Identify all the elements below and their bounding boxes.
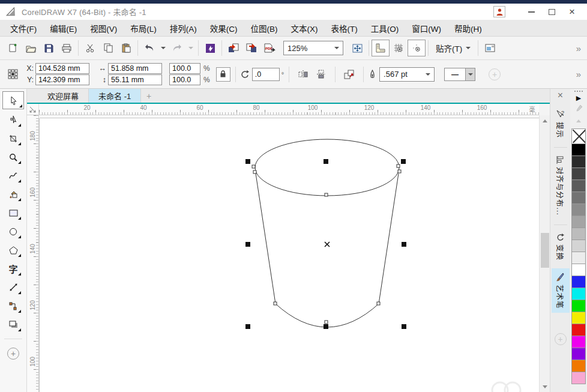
minimize-button[interactable]: [523, 6, 539, 18]
horizontal-ruler[interactable]: 20 40 60 80 100 120 140 160 毫米: [39, 104, 539, 115]
scroll-down-button[interactable]: [540, 381, 550, 392]
menu-bitmaps[interactable]: 位图(B): [244, 20, 284, 37]
open-button[interactable]: [22, 40, 40, 56]
menu-table[interactable]: 表格(T): [325, 20, 364, 37]
ellipse-tool[interactable]: [4, 223, 22, 240]
menu-tools[interactable]: 工具(O): [364, 20, 406, 37]
swatch-30-black[interactable]: [571, 228, 586, 240]
vertical-scrollbar[interactable]: [539, 115, 550, 392]
swatch-cyan[interactable]: [571, 288, 586, 300]
add-tool-button[interactable]: +: [7, 348, 19, 360]
polygon-tool[interactable]: [4, 242, 22, 258]
y-position-field[interactable]: [35, 74, 89, 85]
swatch-pink[interactable]: [571, 372, 586, 384]
new-document-button[interactable]: [4, 40, 22, 56]
mirror-vertical-button[interactable]: [312, 66, 330, 83]
menu-text[interactable]: 文本(X): [284, 20, 325, 37]
swatch-50-black[interactable]: [571, 204, 586, 216]
zoom-tool[interactable]: [4, 149, 22, 165]
scale-y-field[interactable]: [169, 74, 200, 85]
freehand-tool[interactable]: [4, 167, 22, 184]
shape-tool[interactable]: [4, 112, 22, 128]
palette-scroll-up-button[interactable]: [576, 115, 581, 127]
undo-button[interactable]: [140, 40, 158, 56]
swatch-red[interactable]: [571, 324, 586, 336]
swatch-yellow[interactable]: [571, 312, 586, 324]
text-tool[interactable]: 字: [4, 261, 22, 277]
crop-tool[interactable]: [4, 130, 22, 146]
object-height-field[interactable]: [108, 74, 162, 85]
swatch-orange[interactable]: [571, 360, 586, 372]
smart-fill-tool[interactable]: [4, 186, 22, 202]
outline-width-combo[interactable]: .567 pt: [379, 67, 435, 82]
connector-tool[interactable]: [4, 298, 22, 314]
scrollbar-thumb[interactable]: [541, 233, 549, 268]
object-width-field[interactable]: [108, 63, 162, 74]
show-grid-toggle[interactable]: [390, 40, 408, 56]
show-rulers-toggle[interactable]: [372, 40, 390, 56]
full-screen-preview-button[interactable]: [348, 40, 366, 56]
swatch-60-black[interactable]: [571, 192, 586, 204]
rectangle-tool[interactable]: [4, 205, 22, 221]
show-guidelines-toggle[interactable]: [408, 40, 426, 56]
new-tab-button[interactable]: +: [141, 89, 157, 103]
paste-icon[interactable]: [117, 40, 135, 56]
import-button[interactable]: [224, 40, 242, 56]
titlebar[interactable]: CorelDRAW X7 (64-Bit) - 未命名 -1 ×: [0, 4, 587, 20]
swatch-blue[interactable]: [571, 276, 586, 288]
add-property-button[interactable]: +: [489, 68, 501, 80]
dimension-tool[interactable]: [4, 279, 22, 295]
scale-objects-icon[interactable]: [340, 66, 358, 83]
swatch-white[interactable]: [571, 264, 586, 276]
menu-file[interactable]: 文件(F): [4, 20, 43, 37]
lock-ratio-button[interactable]: [216, 67, 230, 82]
undo-dropdown[interactable]: [158, 40, 168, 56]
application-launcher-icon[interactable]: [201, 40, 219, 56]
swatch-20-black[interactable]: [571, 240, 586, 252]
zoom-level-combo[interactable]: 125%: [283, 41, 343, 55]
publish-pdf-button[interactable]: PDF: [260, 40, 278, 56]
swatch-10-black[interactable]: [571, 252, 586, 264]
docker-tab-hints[interactable]: ? 提示: [552, 106, 570, 142]
ruler-origin-button[interactable]: [27, 104, 39, 115]
options-button[interactable]: [481, 40, 499, 56]
pick-tool[interactable]: [2, 91, 24, 109]
redo-button[interactable]: [168, 40, 186, 56]
menu-effects[interactable]: 效果(C): [203, 20, 244, 37]
save-button[interactable]: [40, 40, 58, 56]
drop-shadow-tool[interactable]: [4, 316, 22, 333]
swatch-no-color[interactable]: [571, 128, 586, 144]
menu-layout[interactable]: 布局(L): [124, 20, 163, 37]
tab-welcome-screen[interactable]: 欢迎屏幕: [38, 89, 89, 103]
docker-tab-align-distribute[interactable]: 对齐与分布...: [552, 151, 570, 220]
scale-x-field[interactable]: [169, 63, 200, 74]
scroll-up-button[interactable]: [540, 115, 550, 126]
line-style-combo[interactable]: —: [444, 68, 475, 81]
mirror-horizontal-button[interactable]: [294, 66, 312, 83]
docker-tab-transform[interactable]: 变换: [552, 229, 570, 265]
vertical-ruler[interactable]: 180 160 140 120 100: [27, 115, 39, 392]
menu-edit[interactable]: 编辑(E): [43, 20, 83, 37]
toolbar-overflow-button[interactable]: »: [576, 43, 583, 53]
swatch-40-black[interactable]: [571, 216, 586, 228]
swatch-90-black[interactable]: [571, 156, 586, 168]
docker-close-button[interactable]: ×: [552, 89, 570, 102]
copy-icon[interactable]: [99, 40, 117, 56]
menu-view[interactable]: 视图(V): [83, 20, 124, 37]
menu-help[interactable]: 帮助(H): [448, 20, 489, 37]
swatch-black[interactable]: [571, 144, 586, 156]
swatch-green[interactable]: [571, 300, 586, 312]
print-button[interactable]: [58, 40, 76, 56]
snap-to-dropdown[interactable]: 贴齐(T): [431, 40, 475, 56]
drawing-canvas[interactable]: [39, 115, 539, 392]
docker-tab-artistic-media[interactable]: 艺术笔: [552, 268, 570, 313]
tab-document-untitled[interactable]: 未命名 -1: [89, 89, 141, 103]
color-eyedropper-icon[interactable]: [575, 103, 583, 115]
swatch-magenta[interactable]: [571, 336, 586, 348]
line-style-dropdown[interactable]: [465, 68, 475, 80]
menu-arrange[interactable]: 排列(A): [163, 20, 203, 37]
swatch-purple[interactable]: [571, 348, 586, 360]
property-bar-overflow-button[interactable]: »: [576, 69, 583, 79]
close-button[interactable]: ×: [564, 6, 580, 18]
rotation-angle-field[interactable]: [252, 68, 280, 81]
